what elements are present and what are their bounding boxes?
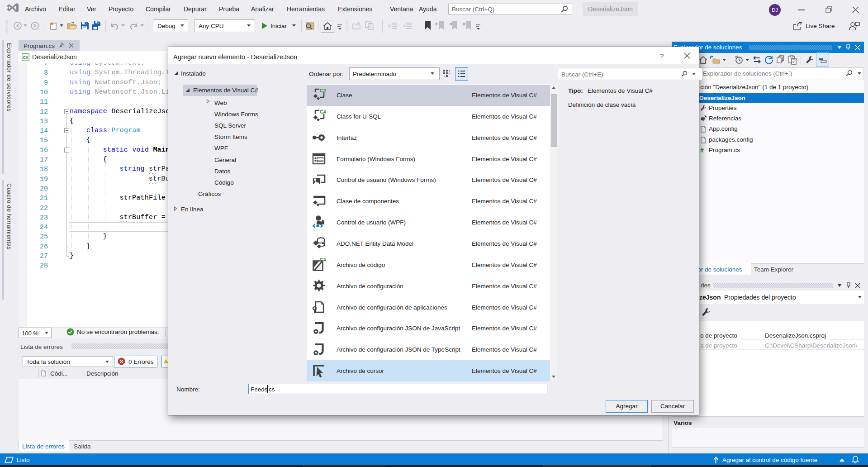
svg-text:C#: C# — [320, 109, 326, 114]
svg-text:C#: C# — [320, 257, 326, 262]
svg-text:C#: C# — [320, 88, 326, 93]
svg-text:#: # — [700, 147, 704, 154]
svg-text:C#: C# — [23, 55, 28, 60]
